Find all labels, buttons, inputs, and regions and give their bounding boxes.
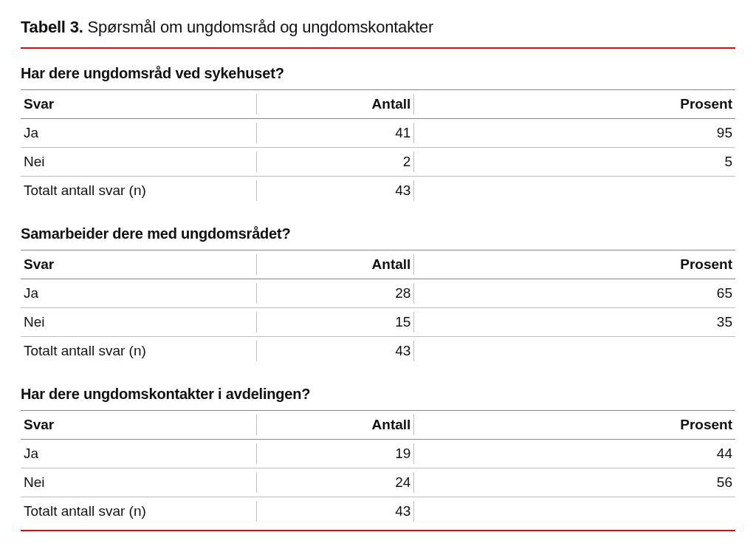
table-title-text: Spørsmål om ungdomsråd og ungdomskontakt…: [88, 18, 434, 36]
cell-answer: Nei: [21, 148, 256, 177]
col-count: Antall: [256, 411, 413, 440]
cell-count: 19: [256, 440, 413, 468]
cell-count: 2: [256, 148, 413, 177]
cell-percent: 35: [413, 308, 735, 337]
cell-count: 28: [256, 279, 413, 308]
col-count: Antall: [256, 90, 413, 119]
cell-answer: Totalt antall svar (n): [21, 497, 256, 526]
cell-answer: Nei: [21, 468, 256, 497]
data-table: Svar Antall Prosent Ja 19 44 Nei 24 56 T…: [21, 410, 735, 525]
col-answer: Svar: [21, 250, 256, 279]
cell-answer: Totalt antall svar (n): [21, 337, 256, 366]
table-row: Ja 41 95: [21, 119, 735, 148]
table-header-row: Svar Antall Prosent: [21, 90, 735, 119]
cell-count: 15: [256, 308, 413, 337]
cell-percent: [413, 337, 735, 366]
cell-count: 43: [256, 337, 413, 366]
cell-answer: Ja: [21, 279, 256, 308]
cell-count: 24: [256, 468, 413, 497]
cell-answer: Ja: [21, 119, 256, 148]
table-header-row: Svar Antall Prosent: [21, 411, 735, 440]
table-row: Nei 15 35: [21, 308, 735, 337]
question-heading: Har dere ungdomskontakter i avdelingen?: [21, 386, 735, 403]
cell-percent: 65: [413, 279, 735, 308]
table-row: Nei 24 56: [21, 468, 735, 497]
table-row: Totalt antall svar (n) 43: [21, 177, 735, 205]
cell-percent: 44: [413, 440, 735, 468]
cell-answer: Nei: [21, 308, 256, 337]
data-table: Svar Antall Prosent Ja 41 95 Nei 2 5 Tot…: [21, 89, 735, 205]
question-heading: Har dere ungdomsråd ved sykehuset?: [21, 65, 735, 82]
table-row: Nei 2 5: [21, 148, 735, 177]
bottom-rule: [21, 530, 735, 531]
col-count: Antall: [256, 250, 413, 279]
question-section: Har dere ungdomsråd ved sykehuset? Svar …: [21, 65, 735, 205]
cell-answer: Totalt antall svar (n): [21, 177, 256, 205]
cell-answer: Ja: [21, 440, 256, 468]
table-row: Ja 28 65: [21, 279, 735, 308]
cell-percent: 5: [413, 148, 735, 177]
table-row: Totalt antall svar (n) 43: [21, 497, 735, 526]
table-title: Tabell 3. Spørsmål om ungdomsråd og ungd…: [21, 18, 735, 37]
cell-count: 43: [256, 177, 413, 205]
cell-count: 43: [256, 497, 413, 526]
table-header-row: Svar Antall Prosent: [21, 250, 735, 279]
top-rule: [21, 47, 735, 49]
table-row: Ja 19 44: [21, 440, 735, 468]
cell-percent: 56: [413, 468, 735, 497]
table-title-label: Tabell 3.: [21, 18, 83, 36]
cell-count: 41: [256, 119, 413, 148]
cell-percent: 95: [413, 119, 735, 148]
col-answer: Svar: [21, 90, 256, 119]
table-row: Totalt antall svar (n) 43: [21, 337, 735, 366]
question-section: Samarbeider dere med ungdomsrådet? Svar …: [21, 225, 735, 365]
data-table: Svar Antall Prosent Ja 28 65 Nei 15 35 T…: [21, 250, 735, 365]
col-percent: Prosent: [413, 250, 735, 279]
col-percent: Prosent: [413, 90, 735, 119]
cell-percent: [413, 177, 735, 205]
col-percent: Prosent: [413, 411, 735, 440]
col-answer: Svar: [21, 411, 256, 440]
question-heading: Samarbeider dere med ungdomsrådet?: [21, 225, 735, 242]
question-section: Har dere ungdomskontakter i avdelingen? …: [21, 386, 735, 525]
cell-percent: [413, 497, 735, 526]
